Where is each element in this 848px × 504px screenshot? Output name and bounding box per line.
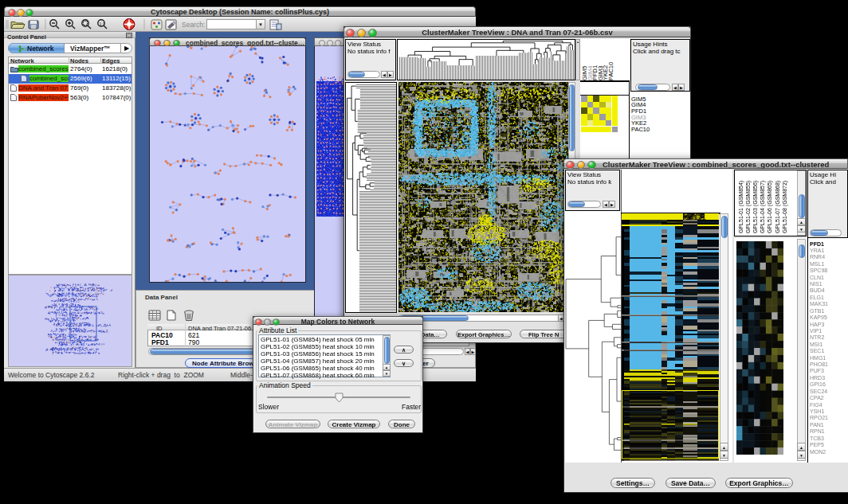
svg-text:1:1: 1:1 bbox=[100, 21, 105, 26]
